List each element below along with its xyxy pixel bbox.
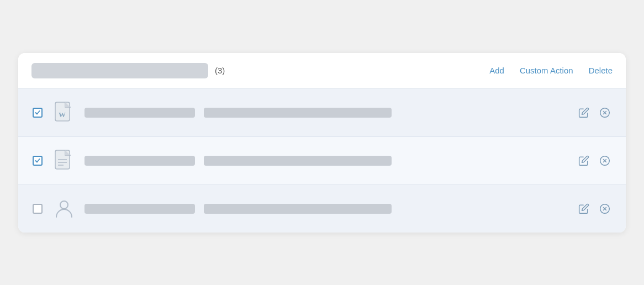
delete-row-button[interactable] <box>597 105 613 120</box>
edit-button[interactable] <box>576 201 592 217</box>
row-checkbox[interactable] <box>33 108 43 118</box>
word-file-icon: W <box>52 101 76 124</box>
row-field-short <box>85 204 195 214</box>
main-panel: (3) Add Custom Action Delete W <box>18 53 626 233</box>
count-badge: (3) <box>215 66 225 75</box>
delete-row-button[interactable] <box>597 153 613 168</box>
delete-button[interactable]: Delete <box>589 66 613 75</box>
table-row <box>18 137 626 185</box>
svg-text:W: W <box>59 110 66 119</box>
row-actions <box>576 201 613 217</box>
row-checkbox[interactable] <box>33 156 43 166</box>
edit-button[interactable] <box>576 153 592 168</box>
table-row <box>18 185 626 233</box>
row-field-long <box>204 204 392 214</box>
checkbox-wrap <box>31 107 44 119</box>
checkbox-wrap <box>31 203 44 215</box>
custom-action-button[interactable]: Custom Action <box>520 66 573 75</box>
row-checkbox[interactable] <box>33 204 43 214</box>
svg-point-12 <box>60 201 68 209</box>
toolbar-actions: Add Custom Action Delete <box>489 66 613 75</box>
row-field-long <box>204 156 392 166</box>
document-file-icon <box>52 149 76 172</box>
row-actions <box>576 105 613 120</box>
person-icon <box>52 197 76 220</box>
table-row: W <box>18 89 626 137</box>
delete-row-button[interactable] <box>597 201 613 217</box>
edit-button[interactable] <box>576 105 592 120</box>
search-bar[interactable] <box>31 63 208 78</box>
row-field-long <box>204 108 392 118</box>
row-field-short <box>85 108 195 118</box>
row-actions <box>576 153 613 168</box>
row-field-short <box>85 156 195 166</box>
toolbar: (3) Add Custom Action Delete <box>18 53 626 89</box>
add-button[interactable]: Add <box>489 66 504 75</box>
checkbox-wrap <box>31 155 44 167</box>
